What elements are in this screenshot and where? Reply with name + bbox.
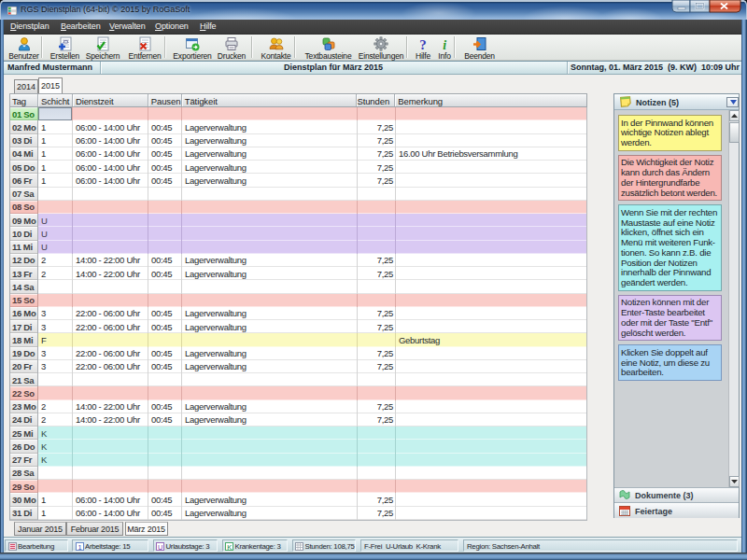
svg-text:i: i [443, 38, 446, 52]
svg-text:1: 1 [78, 542, 81, 551]
svg-text:K: K [227, 542, 232, 551]
svg-text:U: U [158, 542, 162, 551]
